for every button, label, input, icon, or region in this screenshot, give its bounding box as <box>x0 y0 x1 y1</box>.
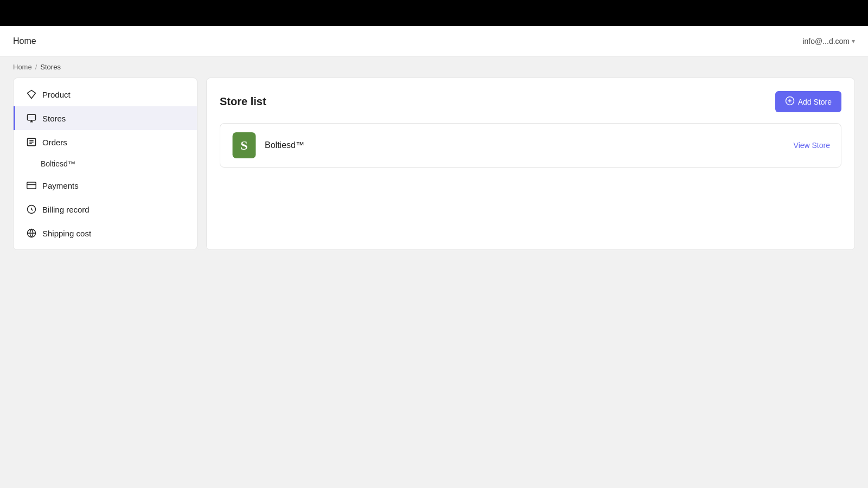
sidebar-item-product[interactable]: Product <box>14 82 197 106</box>
content-header: Store list Add Store <box>220 91 841 112</box>
sidebar-label-billing-record: Billing record <box>42 205 90 214</box>
billing-icon <box>26 204 37 215</box>
sidebar: Product Stores Orders Boltiesd™ <box>13 78 197 250</box>
sidebar-item-orders[interactable]: Orders <box>14 130 197 154</box>
orders-icon <box>26 137 37 147</box>
nav-home-label[interactable]: Home <box>13 36 36 46</box>
sidebar-label-orders: Orders <box>42 138 67 147</box>
payments-icon <box>26 180 37 191</box>
add-store-label: Add Store <box>798 98 832 106</box>
breadcrumb-current: Stores <box>40 63 61 71</box>
sidebar-item-payments[interactable]: Payments <box>14 174 197 197</box>
svg-rect-0 <box>28 114 36 120</box>
view-store-link[interactable]: View Store <box>794 141 830 150</box>
sidebar-label-payments: Payments <box>42 181 79 190</box>
shopify-logo: S <box>231 132 257 158</box>
globe-icon <box>26 228 37 239</box>
sidebar-label-shipping-cost: Shipping cost <box>42 229 91 238</box>
main-layout: Product Stores Orders Boltiesd™ <box>0 78 868 263</box>
nav-bar: Home info@...d.com ▾ <box>0 26 868 56</box>
page-title: Store list <box>220 95 266 108</box>
diamond-icon <box>26 89 37 100</box>
store-name: Boltiesd™ <box>265 140 304 150</box>
store-info: S Boltiesd™ <box>231 132 304 158</box>
chevron-down-icon: ▾ <box>852 37 855 45</box>
plus-circle-icon <box>785 96 795 107</box>
breadcrumb-separator: / <box>35 63 37 71</box>
sidebar-label-stores: Stores <box>42 114 66 123</box>
sidebar-label-product: Product <box>42 90 71 99</box>
sidebar-label-boltiesd: Boltiesd™ <box>41 159 75 168</box>
svg-rect-2 <box>27 182 36 189</box>
add-store-button[interactable]: Add Store <box>775 91 841 112</box>
breadcrumb: Home / Stores <box>0 56 868 78</box>
store-list-item: S Boltiesd™ View Store <box>220 123 841 168</box>
sidebar-item-stores[interactable]: Stores <box>14 106 197 130</box>
top-bar <box>0 0 868 26</box>
nav-user-email: info@...d.com <box>802 37 850 46</box>
breadcrumb-home[interactable]: Home <box>13 63 32 71</box>
svg-text:S: S <box>240 138 247 152</box>
sidebar-item-billing-record[interactable]: Billing record <box>14 197 197 221</box>
content-area: Store list Add Store S Boltiesd™ <box>206 78 855 250</box>
stores-icon <box>26 113 37 124</box>
nav-user-menu[interactable]: info@...d.com ▾ <box>802 37 855 46</box>
store-list: S Boltiesd™ View Store <box>220 123 841 168</box>
sidebar-item-boltiesd[interactable]: Boltiesd™ <box>14 154 197 174</box>
sidebar-item-shipping-cost[interactable]: Shipping cost <box>14 221 197 245</box>
